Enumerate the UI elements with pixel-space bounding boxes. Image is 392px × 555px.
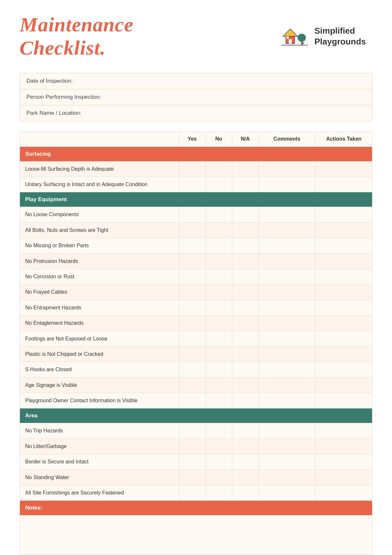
- check-yes[interactable]: [179, 161, 205, 177]
- check-yes[interactable]: [179, 253, 205, 269]
- logo-block: Simplified Playgrounds: [280, 22, 366, 51]
- check-no[interactable]: [205, 346, 232, 362]
- item-text: All Site Furnishings are Securely Fasten…: [20, 485, 179, 501]
- check-na[interactable]: [232, 439, 258, 454]
- col-header-actions: Actions Taken: [315, 131, 372, 147]
- check-yes[interactable]: [179, 393, 205, 408]
- check-yes[interactable]: [179, 285, 205, 300]
- check-no[interactable]: [205, 238, 232, 253]
- page-title: Maintenance Checklist.: [20, 13, 280, 60]
- check-na[interactable]: [232, 316, 258, 331]
- item-text: Age Signage is Visible: [20, 377, 179, 393]
- table-row: Loose-fill Surfacing Depth is Adequate: [20, 161, 372, 177]
- actions-cell: [315, 485, 372, 501]
- check-na[interactable]: [232, 485, 258, 501]
- table-row: Border is Secure and Intact: [20, 454, 372, 470]
- actions-cell: [315, 222, 372, 238]
- check-no[interactable]: [205, 331, 232, 346]
- check-yes[interactable]: [179, 454, 205, 470]
- section-label-surfacing: Surfacing: [20, 147, 372, 161]
- actions-cell: [315, 177, 372, 192]
- check-yes[interactable]: [179, 485, 205, 501]
- check-yes[interactable]: [179, 346, 205, 362]
- check-yes[interactable]: [179, 362, 205, 377]
- check-no[interactable]: [205, 423, 232, 439]
- check-na[interactable]: [232, 454, 258, 470]
- check-na[interactable]: [232, 207, 258, 222]
- check-yes[interactable]: [179, 177, 205, 192]
- check-no[interactable]: [205, 393, 232, 408]
- actions-cell: [315, 377, 372, 393]
- table-header-row: Yes No N/A Comments Actions Taken: [20, 131, 372, 147]
- svg-rect-2: [289, 39, 292, 44]
- check-na[interactable]: [232, 222, 258, 238]
- check-na[interactable]: [232, 177, 258, 192]
- comments-cell: [258, 300, 315, 315]
- actions-cell: [315, 253, 372, 269]
- table-row: No Entaglement Hazards: [20, 316, 372, 331]
- item-text: No Corrosion or Rust: [20, 269, 179, 284]
- check-no[interactable]: [205, 269, 232, 284]
- check-na[interactable]: [232, 346, 258, 362]
- check-na[interactable]: [232, 423, 258, 439]
- comments-cell: [258, 207, 315, 222]
- check-na[interactable]: [232, 300, 258, 315]
- check-yes[interactable]: [179, 423, 205, 439]
- check-yes[interactable]: [179, 238, 205, 253]
- check-na[interactable]: [232, 470, 258, 485]
- info-person: Person Performing Inspection:: [20, 89, 372, 105]
- comments-cell: [258, 222, 315, 238]
- check-no[interactable]: [205, 285, 232, 300]
- check-no[interactable]: [205, 377, 232, 393]
- check-na[interactable]: [232, 285, 258, 300]
- check-na[interactable]: [232, 393, 258, 408]
- notes-content[interactable]: [20, 515, 372, 555]
- check-na[interactable]: [232, 331, 258, 346]
- check-yes[interactable]: [179, 269, 205, 284]
- check-no[interactable]: [205, 177, 232, 192]
- check-no[interactable]: [205, 207, 232, 222]
- check-yes[interactable]: [179, 222, 205, 238]
- check-no[interactable]: [205, 222, 232, 238]
- info-date: Date of Inspection:: [20, 73, 372, 89]
- section-header-surfacing: Surfacing: [20, 147, 372, 161]
- comments-cell: [258, 393, 315, 408]
- check-yes[interactable]: [179, 439, 205, 454]
- item-text: No Missing or Broken Parts: [20, 238, 179, 253]
- check-no[interactable]: [205, 300, 232, 315]
- table-row: Age Signage is Visible: [20, 377, 372, 393]
- table-row: No Litter/Garbage: [20, 439, 372, 454]
- info-park: Park Name / Location:: [20, 105, 372, 121]
- check-yes[interactable]: [179, 300, 205, 315]
- col-header-item: [20, 131, 179, 147]
- check-no[interactable]: [205, 161, 232, 177]
- check-no[interactable]: [205, 439, 232, 454]
- check-yes[interactable]: [179, 470, 205, 485]
- check-na[interactable]: [232, 238, 258, 253]
- check-no[interactable]: [205, 485, 232, 501]
- actions-cell: [315, 346, 372, 362]
- table-row: Plastic is Not Chipped or Cracked: [20, 346, 372, 362]
- check-na[interactable]: [232, 269, 258, 284]
- item-text: Unitary Surfacing is Intact and in Adequ…: [20, 177, 179, 192]
- check-na[interactable]: [232, 161, 258, 177]
- check-no[interactable]: [205, 362, 232, 377]
- check-na[interactable]: [232, 253, 258, 269]
- section-label-play-equipment: Play Equipment: [20, 192, 372, 207]
- check-yes[interactable]: [179, 377, 205, 393]
- table-row: No Missing or Broken Parts: [20, 238, 372, 253]
- check-yes[interactable]: [179, 207, 205, 222]
- info-box: Date of Inspection: Person Performing In…: [20, 73, 372, 121]
- check-na[interactable]: [232, 362, 258, 377]
- check-no[interactable]: [205, 253, 232, 269]
- check-no[interactable]: [205, 454, 232, 470]
- comments-cell: [258, 253, 315, 269]
- check-yes[interactable]: [179, 316, 205, 331]
- check-no[interactable]: [205, 316, 232, 331]
- svg-marker-1: [283, 29, 298, 37]
- check-no[interactable]: [205, 470, 232, 485]
- check-na[interactable]: [232, 377, 258, 393]
- col-header-na: N/A: [232, 131, 258, 147]
- check-yes[interactable]: [179, 331, 205, 346]
- checklist-table: Yes No N/A Comments Actions Taken Surfac…: [20, 131, 372, 555]
